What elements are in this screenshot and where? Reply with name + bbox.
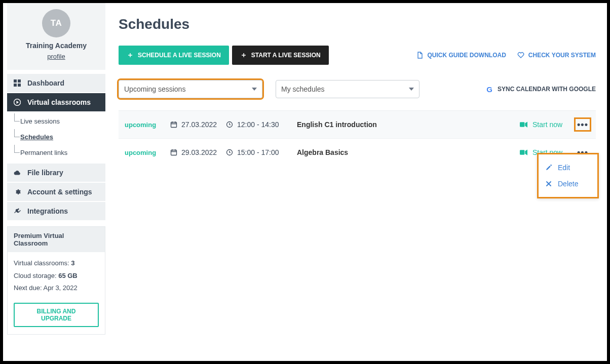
sync-google-link[interactable]: G SYNC CALENDAR WITH GOOGLE (486, 85, 596, 94)
time-text: 12:00 - 14:30 (237, 120, 279, 129)
play-circle-icon (13, 98, 21, 106)
subnav-permanent-links[interactable]: Permanent links (7, 145, 105, 160)
date-cell: 29.03.2022 (170, 148, 226, 156)
pencil-icon (546, 165, 552, 171)
date-text: 29.03.2022 (181, 148, 217, 156)
nav-dashboard[interactable]: Dashboard (7, 74, 105, 92)
calendar-icon (170, 149, 177, 156)
svg-rect-12 (520, 150, 524, 154)
status-tag: upcoming (125, 121, 170, 129)
filter-bar: Upcoming sessions My schedules G SYNC CA… (119, 80, 596, 98)
svg-marker-5 (17, 101, 19, 104)
file-icon (416, 52, 424, 59)
subnav: Live sessions Schedules Permanent links (7, 113, 105, 160)
profile-box: TA Training Academy profile (7, 3, 105, 70)
link-label: QUICK GUIDE DOWNLOAD (428, 52, 506, 59)
calendar-icon (170, 121, 177, 128)
svg-rect-6 (171, 123, 177, 128)
session-title: Algebra Basics (297, 148, 520, 156)
menu-label: Edit (558, 164, 570, 172)
plus-icon: ＋ (127, 51, 134, 60)
subnav-schedules[interactable]: Schedules (7, 129, 105, 145)
profile-link[interactable]: profile (47, 53, 65, 60)
billing-button[interactable]: BILLING AND UPGRADE (14, 303, 99, 327)
svg-rect-3 (18, 84, 21, 87)
sessions-table: upcoming 27.03.2022 12:00 - 14:30 Englis… (119, 110, 596, 166)
date-text: 27.03.2022 (181, 120, 217, 129)
plan-rooms-value: 3 (71, 259, 74, 267)
svg-marker-13 (525, 149, 527, 155)
plan-due-label: Next due: (14, 284, 44, 292)
nav-file-library[interactable]: File library (7, 164, 105, 182)
schedule-session-button[interactable]: ＋ SCHEDULE A LIVE SESSION (119, 46, 229, 65)
check-system-link[interactable]: CHECK YOUR SYSTEM (517, 52, 596, 59)
clock-icon (226, 121, 233, 128)
plan-storage-value: 65 GB (58, 272, 78, 279)
session-row: upcoming 27.03.2022 12:00 - 14:30 Englis… (119, 110, 596, 138)
link-label: CHECK YOUR SYSTEM (528, 52, 596, 59)
cloud-icon (13, 169, 21, 177)
svg-rect-8 (520, 122, 524, 127)
main-area: Schedules ＋ SCHEDULE A LIVE SESSION ＋ ST… (109, 3, 607, 361)
filter-schedules-select[interactable]: My schedules (276, 80, 420, 98)
svg-rect-10 (171, 150, 177, 155)
action-label: Start now (532, 120, 562, 129)
link-label: SYNC CALENDAR WITH GOOGLE (498, 86, 596, 93)
button-label: SCHEDULE A LIVE SESSION (138, 52, 221, 59)
plan-rooms-label: Virtual classrooms: (14, 259, 71, 267)
time-text: 15:00 - 17:00 (237, 148, 279, 156)
sidebar: TA Training Academy profile Dashboard Vi… (3, 3, 109, 361)
grid-icon (13, 79, 21, 87)
org-name: Training Academy (7, 42, 105, 50)
nav-virtual-classrooms[interactable]: Virtual classrooms (7, 93, 105, 111)
time-cell: 12:00 - 14:30 (226, 120, 297, 129)
session-row: upcoming 29.03.2022 15:00 - 17:00 Algebr… (119, 138, 596, 166)
nav-label: Dashboard (27, 79, 64, 87)
video-icon (520, 149, 527, 155)
quick-guide-link[interactable]: QUICK GUIDE DOWNLOAD (416, 52, 506, 59)
plug-icon (13, 207, 21, 215)
nav-label: Integrations (27, 207, 68, 215)
nav-integrations[interactable]: Integrations (7, 202, 105, 220)
svg-rect-1 (18, 79, 21, 83)
session-title: English C1 introduction (297, 120, 520, 129)
gear-icon (13, 188, 21, 196)
heartbeat-icon (517, 52, 524, 59)
nav-label: Account & settings (27, 188, 92, 196)
svg-rect-0 (14, 79, 17, 83)
toolbar: ＋ SCHEDULE A LIVE SESSION ＋ START A LIVE… (119, 46, 596, 65)
start-session-button[interactable]: ＋ START A LIVE SESSION (232, 46, 329, 65)
plan-due-value: Apr 3, 2022 (44, 284, 78, 292)
plan-body: Virtual classrooms: 3 Cloud storage: 65 … (8, 252, 105, 300)
button-label: START A LIVE SESSION (251, 52, 321, 59)
video-icon (520, 122, 527, 128)
plan-storage-label: Cloud storage: (14, 272, 58, 279)
plan-box: Premium Virtual Classroom Virtual classr… (7, 226, 105, 335)
start-now-link[interactable]: Start now (520, 120, 576, 129)
plan-title: Premium Virtual Classroom (8, 227, 105, 252)
clock-icon (226, 149, 233, 156)
svg-rect-2 (14, 84, 17, 87)
time-cell: 15:00 - 17:00 (226, 148, 297, 156)
main-nav: Dashboard Virtual classrooms Live sessio… (7, 74, 105, 220)
filter-sessions-select[interactable]: Upcoming sessions (119, 80, 262, 98)
google-icon: G (486, 85, 492, 94)
plus-icon: ＋ (240, 51, 247, 60)
page-title: Schedules (119, 16, 596, 32)
date-cell: 27.03.2022 (170, 120, 226, 129)
avatar: TA (42, 9, 70, 37)
svg-marker-9 (525, 122, 527, 127)
nav-account-settings[interactable]: Account & settings (7, 183, 105, 201)
nav-label: Virtual classrooms (27, 98, 91, 106)
edit-action[interactable]: Edit (543, 159, 593, 176)
more-menu-button[interactable]: ••• (576, 119, 590, 130)
nav-label: File library (27, 169, 63, 177)
row-actions-popover: Edit Delete (537, 153, 599, 198)
menu-label: Delete (558, 180, 578, 188)
close-icon (546, 181, 552, 187)
subnav-live-sessions[interactable]: Live sessions (7, 113, 105, 129)
status-tag: upcoming (125, 149, 170, 156)
delete-action[interactable]: Delete (543, 176, 593, 192)
